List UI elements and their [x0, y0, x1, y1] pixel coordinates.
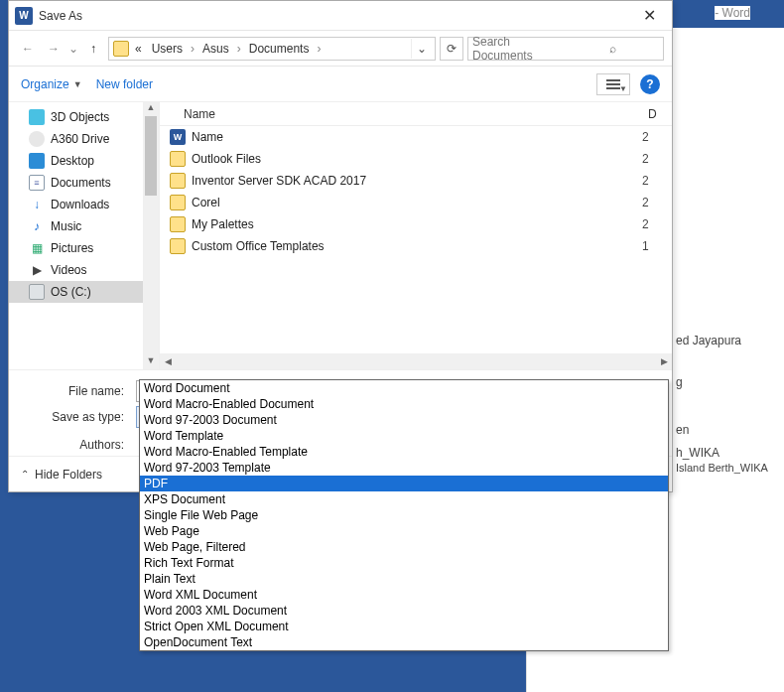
word-file-icon: W — [170, 129, 186, 145]
scroll-right-icon[interactable]: ▶ — [656, 356, 672, 366]
type-option[interactable]: Strict Open XML Document — [140, 619, 668, 634]
column-headers: Name D — [160, 102, 672, 126]
help-button[interactable]: ? — [640, 74, 660, 94]
type-option[interactable]: Word Macro-Enabled Template — [140, 444, 668, 460]
scroll-thumb[interactable] — [145, 116, 157, 196]
svg-rect-0 — [606, 79, 620, 81]
tree-item-label: Pictures — [51, 241, 93, 255]
search-icon: ⌕ — [566, 42, 659, 56]
dialog-titlebar: W Save As ✕ — [9, 1, 672, 31]
tree-item-3d-objects[interactable]: 3D Objects — [9, 106, 159, 128]
file-date-fragment: 2 — [642, 196, 666, 209]
breadcrumb-lead[interactable]: « — [131, 42, 146, 56]
scroll-up-icon[interactable]: ▲ — [143, 102, 159, 116]
address-dropdown-icon[interactable]: ⌄ — [411, 39, 431, 59]
file-row[interactable]: Custom Office Templates1 — [160, 235, 672, 257]
file-list-area: Name D WName2Outlook Files2Inventor Serv… — [160, 102, 672, 369]
music-icon — [29, 218, 45, 234]
type-option[interactable]: Web Page, Filtered — [140, 539, 668, 555]
file-name: Name — [192, 130, 636, 144]
organize-menu[interactable]: Organize ▼ — [21, 77, 82, 91]
word-app-icon: W — [15, 7, 33, 25]
folder-icon — [170, 195, 186, 210]
chevron-right-icon: › — [189, 42, 196, 56]
type-option[interactable]: Plain Text — [140, 571, 668, 587]
save-as-type-label: Save as type: — [19, 410, 130, 424]
type-option[interactable]: Word Macro-Enabled Document — [140, 396, 668, 412]
type-option[interactable]: Word 97-2003 Template — [140, 460, 668, 476]
svg-rect-2 — [606, 87, 620, 89]
save-as-type-dropdown[interactable]: Word DocumentWord Macro-Enabled Document… — [139, 379, 669, 651]
tree-item-music[interactable]: Music — [9, 215, 159, 237]
tree-item-label: Music — [51, 219, 81, 233]
scroll-down-icon[interactable]: ▼ — [143, 355, 159, 369]
dl-icon — [29, 197, 45, 212]
disk-icon — [29, 284, 45, 300]
type-option[interactable]: Word 97-2003 Document — [140, 412, 668, 428]
file-date-fragment: 2 — [642, 217, 666, 231]
dialog-title: Save As — [39, 9, 626, 23]
breadcrumb-item[interactable]: Documents — [245, 42, 314, 56]
type-option[interactable]: PDF — [140, 476, 668, 491]
type-option[interactable]: Word Document — [140, 380, 668, 396]
folder-icon — [170, 216, 186, 232]
file-name-label: File name: — [19, 384, 130, 398]
file-row[interactable]: Outlook Files2 — [160, 148, 672, 170]
type-option[interactable]: Word Template — [140, 428, 668, 444]
column-header-date[interactable]: D — [648, 107, 672, 121]
tree-scrollbar[interactable]: ▲ ▼ — [143, 102, 159, 369]
tree-item-desktop[interactable]: Desktop — [9, 150, 159, 172]
up-button[interactable]: ↑ — [82, 38, 104, 60]
tree-item-os-c-[interactable]: OS (C:) — [9, 281, 159, 303]
type-option[interactable]: Rich Text Format — [140, 555, 668, 571]
back-button[interactable]: ← — [17, 38, 39, 60]
close-button[interactable]: ✕ — [626, 1, 672, 30]
docs-icon — [29, 175, 45, 191]
new-folder-button[interactable]: New folder — [96, 77, 153, 91]
search-input[interactable]: Search Documents ⌕ — [467, 37, 664, 61]
type-option[interactable]: Word XML Document — [140, 587, 668, 603]
tree-item-label: Documents — [51, 176, 111, 190]
backdrop-text: ed Jayapura — [676, 334, 741, 347]
backdrop-text: en — [676, 423, 689, 437]
view-icon — [606, 78, 620, 90]
backdrop-text: Island Berth_WIKA — [676, 462, 768, 474]
tree-item-a360-drive[interactable]: A360 Drive — [9, 128, 159, 150]
authors-label: Authors: — [19, 436, 130, 452]
type-option[interactable]: Word 2003 XML Document — [140, 603, 668, 619]
tree-item-documents[interactable]: Documents — [9, 172, 159, 194]
vid-icon — [29, 262, 45, 278]
tree-item-pictures[interactable]: Pictures — [9, 237, 159, 259]
refresh-button[interactable]: ⟳ — [440, 37, 463, 61]
search-placeholder: Search Documents — [472, 35, 566, 63]
type-option[interactable]: OpenDocument Text — [140, 634, 668, 650]
tree-item-downloads[interactable]: Downloads — [9, 194, 159, 215]
desk-icon — [29, 153, 45, 169]
svg-rect-1 — [606, 83, 620, 85]
file-row[interactable]: My Palettes2 — [160, 213, 672, 235]
view-options-button[interactable]: ▼ — [596, 73, 630, 95]
address-bar[interactable]: « Users › Asus › Documents › ⌄ — [108, 37, 436, 61]
breadcrumb-item[interactable]: Asus — [198, 42, 233, 56]
file-name: Outlook Files — [192, 152, 636, 166]
type-option[interactable]: Single File Web Page — [140, 507, 668, 523]
forward-button[interactable]: → — [43, 38, 65, 60]
file-row[interactable]: WName2 — [160, 126, 672, 148]
type-option[interactable]: Web Page — [140, 523, 668, 539]
folder-icon — [170, 151, 186, 167]
hide-folders-button[interactable]: ⌃ Hide Folders — [21, 468, 102, 482]
file-row[interactable]: Corel2 — [160, 192, 672, 213]
tree-item-label: Desktop — [51, 154, 94, 168]
backdrop-text: g — [676, 375, 683, 389]
scroll-left-icon[interactable]: ◀ — [160, 356, 176, 366]
type-option[interactable]: XPS Document — [140, 491, 668, 507]
tree-item-label: Downloads — [51, 198, 109, 211]
chevron-right-icon: › — [315, 42, 323, 56]
history-dropdown-icon[interactable]: ⌄ — [68, 42, 78, 56]
file-date-fragment: 1 — [642, 239, 666, 253]
horizontal-scrollbar[interactable]: ◀ ▶ — [160, 353, 672, 369]
file-row[interactable]: Inventor Server SDK ACAD 20172 — [160, 170, 672, 192]
column-header-name[interactable]: Name — [184, 107, 648, 121]
breadcrumb-item[interactable]: Users — [148, 42, 187, 56]
tree-item-videos[interactable]: Videos — [9, 259, 159, 281]
